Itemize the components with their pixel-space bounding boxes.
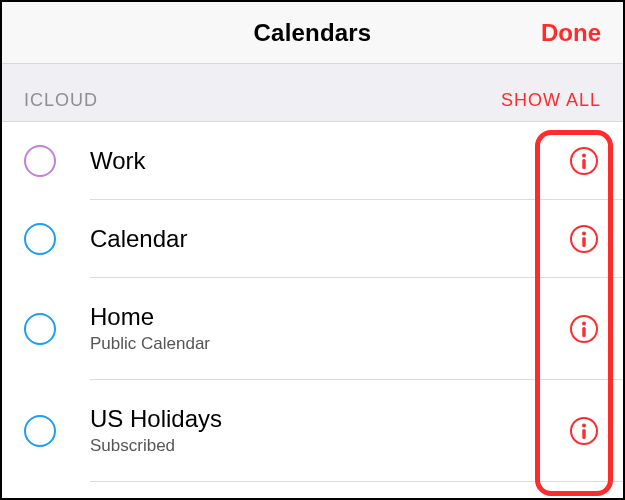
calendar-row-work[interactable]: Work [2, 122, 623, 200]
calendar-name: Work [90, 148, 567, 174]
show-all-button[interactable]: SHOW ALL [501, 90, 601, 111]
svg-point-4 [582, 232, 586, 236]
calendar-subtitle: Public Calendar [90, 334, 567, 354]
checkbox-circle-icon[interactable] [24, 145, 56, 177]
calendar-row-home[interactable]: Home Public Calendar [2, 278, 623, 380]
section-header: ICLOUD SHOW ALL [2, 64, 623, 122]
svg-point-1 [582, 154, 586, 158]
svg-rect-8 [582, 327, 585, 337]
info-icon [569, 146, 599, 176]
row-text: Calendar [90, 226, 567, 252]
info-button[interactable] [567, 312, 601, 346]
calendar-name: Calendar [90, 226, 567, 252]
info-button[interactable] [567, 144, 601, 178]
section-header-label: ICLOUD [24, 90, 98, 111]
info-button[interactable] [567, 414, 601, 448]
svg-rect-2 [582, 159, 585, 169]
calendar-name: US Holidays [90, 406, 567, 432]
calendar-row-calendar[interactable]: Calendar [2, 200, 623, 278]
navbar: Calendars Done [2, 2, 623, 64]
calendar-subtitle: Subscribed [90, 436, 567, 456]
checkbox-circle-icon[interactable] [24, 223, 56, 255]
calendar-name: Home [90, 304, 567, 330]
svg-rect-5 [582, 237, 585, 247]
checkbox-circle-icon[interactable] [24, 313, 56, 345]
svg-point-10 [582, 424, 586, 428]
page-title: Calendars [254, 19, 372, 47]
svg-rect-11 [582, 429, 585, 439]
info-icon [569, 314, 599, 344]
row-text: Home Public Calendar [90, 304, 567, 354]
done-button[interactable]: Done [541, 19, 601, 47]
checkbox-circle-icon[interactable] [24, 415, 56, 447]
info-icon [569, 416, 599, 446]
svg-point-7 [582, 322, 586, 326]
row-text: US Holidays Subscribed [90, 406, 567, 456]
info-button[interactable] [567, 222, 601, 256]
info-icon [569, 224, 599, 254]
row-text: Work [90, 148, 567, 174]
calendar-row-us-holidays[interactable]: US Holidays Subscribed [2, 380, 623, 482]
calendar-list: Work Calendar Home Public Calendar [2, 122, 623, 482]
